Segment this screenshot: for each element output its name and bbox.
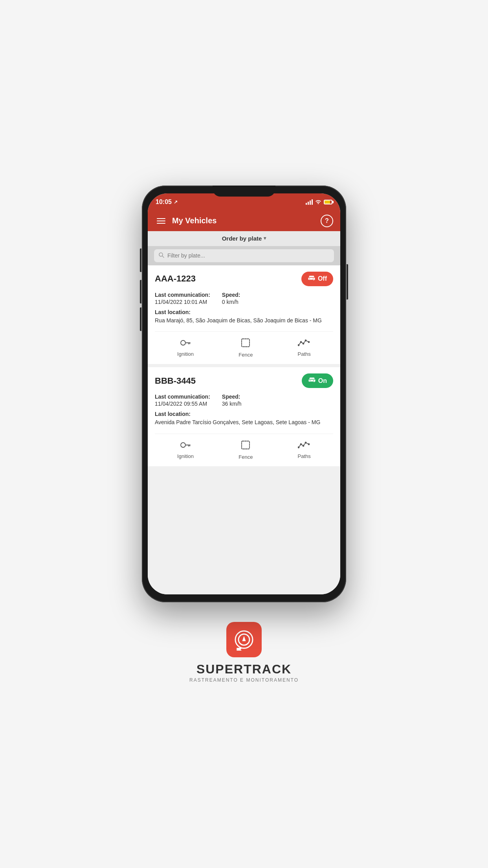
- svg-point-12: [181, 443, 185, 447]
- help-button[interactable]: ?: [321, 215, 333, 227]
- status-badge: On: [302, 373, 333, 388]
- location-block: Last location: Rua Marajó, 85, São Joaqu…: [155, 309, 333, 325]
- location-value: Avenida Padre Tarcísio Gonçalves, Sete L…: [155, 419, 333, 427]
- location-icon: ↗: [174, 199, 178, 205]
- signal-icon: [306, 199, 313, 205]
- vehicle-card: BBB-3445 On Last communicat: [148, 367, 340, 466]
- paths-button[interactable]: Paths: [294, 440, 315, 459]
- nav-title: My Vehicles: [172, 216, 321, 225]
- comm-value: 11/04/2022 10:01 AM: [155, 299, 210, 305]
- logo-area: SUPERTRACK RASTREAMENTO E MONITORAMENTO: [189, 622, 299, 683]
- order-label: Order by plate: [222, 235, 262, 242]
- paths-label: Paths: [298, 351, 311, 357]
- paths-button[interactable]: Paths: [294, 338, 315, 357]
- chevron-down-icon: ▾: [264, 235, 266, 241]
- svg-point-10: [305, 340, 306, 341]
- status-label: Off: [318, 275, 327, 282]
- logo-sub: RASTREAMENTO E MONITORAMENTO: [189, 677, 299, 683]
- location-label: Last location:: [155, 411, 333, 417]
- logo-text: SUPERTRACK RASTREAMENTO E MONITORAMENTO: [189, 662, 299, 683]
- card-header: AAA-1223 Off: [155, 272, 333, 286]
- svg-point-8: [301, 342, 302, 343]
- svg-point-19: [303, 445, 304, 446]
- plate-number: AAA-1223: [155, 274, 196, 284]
- notch: [213, 186, 275, 197]
- speed-label: Speed:: [222, 394, 242, 400]
- fence-icon: [240, 337, 251, 349]
- card-header: BBB-3445 On: [155, 373, 333, 388]
- paths-label: Paths: [298, 453, 311, 459]
- phone-screen: 10:05 ↗: [148, 193, 340, 594]
- comm-label: Last communication:: [155, 292, 210, 298]
- phone-shell: 10:05 ↗: [142, 186, 346, 602]
- action-row: Ignition Fence: [155, 434, 333, 460]
- vehicle-card: AAA-1223 Off Last communica: [148, 265, 340, 364]
- svg-point-21: [308, 443, 310, 445]
- order-by-plate-button[interactable]: Order by plate ▾: [222, 235, 266, 242]
- location-block: Last location: Avenida Padre Tarcísio Go…: [155, 411, 333, 427]
- ignition-label: Ignition: [177, 453, 194, 459]
- fence-icon: [240, 440, 251, 452]
- hamburger-button[interactable]: [155, 216, 167, 226]
- search-icon: [159, 252, 164, 259]
- speed-label: Speed:: [222, 292, 240, 298]
- comm-block: Last communication: 11/04/2022 09:55 AM: [155, 394, 210, 407]
- comm-value: 11/04/2022 09:55 AM: [155, 401, 210, 407]
- svg-point-25: [243, 638, 245, 641]
- fence-label: Fence: [238, 352, 253, 358]
- svg-point-11: [308, 342, 310, 343]
- comm-label: Last communication:: [155, 394, 210, 400]
- action-row: Ignition Fence: [155, 331, 333, 358]
- logo-name: SUPERTRACK: [189, 662, 299, 677]
- order-bar: Order by plate ▾: [148, 231, 340, 246]
- search-input-wrapper: [154, 249, 334, 262]
- speed-value: 36 km/h: [222, 401, 242, 407]
- paths-icon: [298, 338, 310, 349]
- content-area[interactable]: Order by plate ▾: [148, 231, 340, 594]
- info-grid: Last communication: 11/04/2022 09:55 AM …: [155, 394, 333, 407]
- supertrack-logo-icon: [226, 622, 262, 657]
- page-wrapper: 10:05 ↗: [0, 0, 488, 868]
- car-icon: [308, 275, 316, 283]
- wifi-icon: [315, 199, 321, 205]
- svg-point-7: [298, 345, 299, 346]
- svg-point-9: [303, 343, 304, 344]
- speed-block: Speed: 0 km/h: [222, 292, 240, 305]
- time-label: 10:05: [156, 199, 172, 206]
- search-input[interactable]: [167, 252, 329, 259]
- ignition-button[interactable]: Ignition: [173, 338, 198, 357]
- svg-point-18: [301, 443, 302, 445]
- ignition-label: Ignition: [177, 351, 194, 357]
- key-icon: [179, 440, 192, 451]
- speed-value: 0 km/h: [222, 299, 240, 305]
- svg-point-2: [181, 340, 185, 345]
- location-value: Rua Marajó, 85, São Joaquim de Bicas, Sã…: [155, 317, 333, 325]
- status-label: On: [318, 377, 327, 384]
- svg-line-1: [162, 256, 164, 257]
- status-badge: Off: [301, 272, 333, 286]
- svg-point-20: [305, 442, 306, 443]
- svg-rect-16: [242, 441, 250, 449]
- nav-bar: My Vehicles ?: [148, 211, 340, 231]
- search-bar: [148, 246, 340, 265]
- info-grid: Last communication: 11/04/2022 10:01 AM …: [155, 292, 333, 305]
- paths-icon: [298, 440, 310, 451]
- fence-button[interactable]: Fence: [235, 337, 257, 358]
- speed-block: Speed: 36 km/h: [222, 394, 242, 407]
- svg-rect-6: [242, 339, 250, 347]
- fence-label: Fence: [238, 454, 253, 460]
- comm-block: Last communication: 11/04/2022 10:01 AM: [155, 292, 210, 305]
- svg-point-17: [298, 447, 299, 448]
- key-icon: [179, 338, 192, 349]
- battery-icon: [324, 200, 332, 204]
- ignition-button[interactable]: Ignition: [173, 440, 198, 459]
- car-icon: [308, 377, 316, 385]
- plate-number: BBB-3445: [155, 376, 196, 386]
- status-time: 10:05 ↗: [156, 199, 178, 206]
- status-icons: [306, 199, 332, 205]
- location-label: Last location:: [155, 309, 333, 315]
- fence-button[interactable]: Fence: [235, 440, 257, 460]
